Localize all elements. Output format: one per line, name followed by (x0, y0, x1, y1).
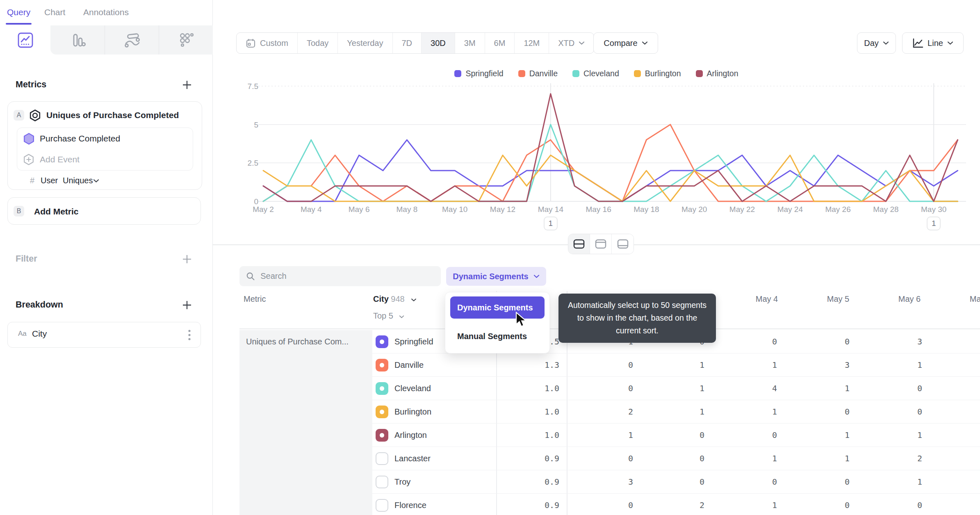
segment-checkbox-unchecked[interactable] (376, 499, 388, 512)
range-12m[interactable]: 12M (515, 33, 549, 53)
group-column-header[interactable]: City 948 (373, 294, 417, 304)
top-tab-annotations[interactable]: Annotations (83, 7, 129, 17)
legend-item-arlington[interactable]: Arlington (696, 69, 738, 78)
svg-text:May 2: May 2 (253, 205, 274, 214)
metrics-section-title: Metrics (16, 80, 46, 89)
segment-day-value: 0 (917, 400, 922, 424)
chevron-down-icon (642, 41, 648, 45)
bar-chart-icon (68, 31, 87, 49)
legend-item-burlington[interactable]: Burlington (634, 69, 681, 78)
metric-row-label-cell: Uniques of Purchase Com... (239, 330, 372, 515)
breakdown-item-city[interactable]: Aa City (7, 322, 201, 348)
line-chart[interactable]: 02.557.5May 2May 4May 6May 8May 10May 12… (246, 80, 980, 236)
measure-user-label[interactable]: User (41, 176, 58, 185)
chevron-down-icon[interactable] (93, 179, 99, 183)
segment-day-value: 0 (628, 377, 633, 400)
tab-flow-chart[interactable] (105, 25, 159, 55)
segments-mode-menu: Dynamic Segments Manual Segments (445, 292, 550, 353)
day-column-header[interactable]: May 5 (827, 294, 849, 304)
annotation-badge-may-14[interactable]: 1 (544, 216, 558, 230)
segment-day-value: 1 (628, 424, 633, 447)
purchase-completed-hexagon-icon (23, 132, 35, 145)
tab-scatter-chart[interactable] (159, 25, 213, 55)
segment-checkbox-checked[interactable] (376, 429, 388, 442)
range-yesterday[interactable]: Yesterday (338, 33, 392, 53)
legend-item-cleveland[interactable]: Cleveland (572, 69, 619, 78)
add-metric-plus-icon[interactable] (182, 80, 192, 90)
segment-day-value: 1 (917, 424, 922, 447)
segment-checkbox-unchecked[interactable] (376, 452, 388, 465)
segment-name: Troy (394, 470, 410, 494)
chart-type-tab-bar (0, 25, 213, 55)
segment-name: Florence (394, 494, 426, 515)
legend-item-springfield[interactable]: Springfield (454, 69, 503, 78)
segments-mode-button[interactable]: Dynamic Segments (446, 267, 546, 286)
table-row-burlington: Burlington1.021100 (372, 400, 980, 424)
range-xtd[interactable]: XTD (549, 33, 594, 53)
top-tab-chart[interactable]: Chart (44, 7, 65, 17)
interval-select[interactable]: Day (857, 32, 896, 54)
segment-day-value: 1 (845, 377, 850, 400)
segment-day-value: 0 (845, 470, 850, 494)
segment-day-value: 3 (628, 470, 633, 494)
range-3m[interactable]: 3M (455, 33, 485, 53)
segment-day-value: 1 (772, 447, 777, 470)
range-today[interactable]: Today (298, 33, 338, 53)
chevron-down-icon (411, 298, 417, 302)
segment-checkbox-checked[interactable] (376, 359, 388, 371)
segment-day-value: 1 (772, 494, 777, 515)
top-n-select[interactable]: Top 5 (373, 311, 404, 321)
segments-mode-label: Dynamic Segments (453, 272, 529, 281)
svg-text:May 4: May 4 (301, 205, 322, 214)
range-6m[interactable]: 6M (485, 33, 515, 53)
metric-a-title[interactable]: Uniques of Purchase Completed (46, 110, 179, 120)
top-pane-view-icon (595, 239, 606, 249)
breakdown-property-label: City (32, 329, 47, 339)
split-view-button[interactable] (568, 234, 590, 254)
segment-day-value: 1 (917, 353, 922, 377)
segment-checkbox-unchecked[interactable] (376, 476, 388, 488)
add-breakdown-plus-icon[interactable] (182, 300, 192, 310)
day-column-header[interactable]: May 6 (898, 294, 921, 304)
menu-item-manual-segments[interactable]: Manual Segments (457, 332, 527, 341)
segment-name: Springfield (394, 330, 433, 353)
annotation-badge-may-30[interactable]: 1 (927, 216, 941, 230)
add-filter-plus-icon[interactable] (182, 254, 192, 264)
chevron-down-icon (883, 41, 889, 45)
table-view-button[interactable] (612, 234, 634, 254)
kebab-menu-icon[interactable] (188, 329, 191, 341)
event-name[interactable]: Purchase Completed (40, 134, 120, 144)
segment-day-value: 0 (845, 400, 850, 424)
measure-uniques-select[interactable]: Uniques (63, 176, 93, 185)
segment-day-value: 0 (917, 377, 922, 400)
segment-day-value: 1 (845, 447, 850, 470)
range-custom[interactable]: Custom (237, 33, 298, 53)
metric-card-b[interactable]: B Add Metric (7, 197, 201, 225)
range-30d[interactable]: 30D (422, 33, 455, 53)
range-7d[interactable]: 7D (393, 33, 422, 53)
legend-item-danville[interactable]: Danville (518, 69, 558, 78)
chart-type-select[interactable]: Line (902, 32, 964, 54)
day-column-header[interactable]: May 4 (756, 294, 778, 304)
split-view-icon (573, 239, 585, 249)
chart-view-button[interactable] (590, 234, 612, 254)
menu-item-dynamic-segments[interactable]: Dynamic Segments (450, 296, 545, 319)
segment-checkbox-checked[interactable] (376, 382, 388, 395)
segment-checkbox-checked[interactable] (376, 406, 388, 418)
segment-name: Lancaster (394, 447, 431, 470)
search-input[interactable] (260, 271, 434, 281)
add-event-button[interactable]: Add Event (40, 155, 80, 164)
compare-button[interactable]: Compare (593, 32, 658, 54)
add-metric-button[interactable]: Add Metric (34, 207, 79, 216)
tab-line-chart[interactable] (0, 25, 50, 55)
day-column-header[interactable]: May 7 (970, 294, 980, 304)
segment-day-value: 0 (628, 447, 633, 470)
segment-average: 1.0 (496, 377, 559, 400)
metric-a-badge: A (14, 110, 24, 121)
group-count: 948 (391, 294, 404, 303)
segment-day-value: 3 (917, 330, 922, 353)
segment-day-value: 1 (700, 377, 704, 400)
segment-checkbox-checked[interactable] (376, 335, 388, 348)
tab-bar-chart[interactable] (50, 25, 105, 55)
top-tab-query[interactable]: Query (7, 7, 30, 17)
